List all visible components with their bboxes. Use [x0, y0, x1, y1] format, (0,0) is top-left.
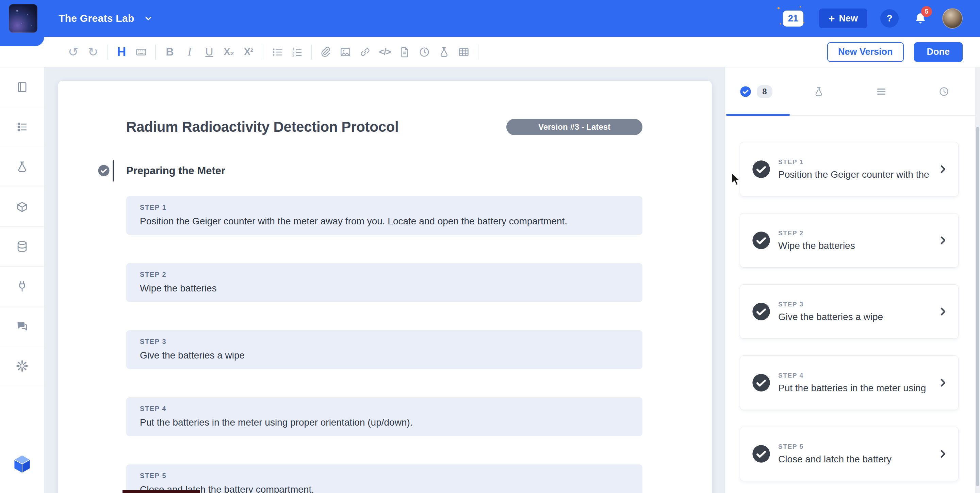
check-circle-icon	[752, 373, 771, 392]
redo-button[interactable]: ↻	[83, 42, 103, 62]
step-text: Position the Geiger counter with the met…	[140, 216, 629, 227]
plug-icon	[16, 280, 29, 293]
toolbar-separator	[263, 45, 263, 60]
redo-icon: ↻	[88, 46, 98, 58]
italic-button[interactable]: I	[180, 42, 199, 62]
panel-scrollbar[interactable]	[975, 67, 980, 493]
logo-notch	[0, 37, 44, 46]
help-button[interactable]: ?	[880, 9, 899, 27]
step-card-body: STEP 2 Wipe the batteries	[778, 230, 933, 251]
step-label: STEP 3	[140, 338, 629, 346]
sidebar-item-experiments[interactable]	[0, 147, 44, 187]
progress-strip	[123, 490, 200, 493]
svg-text:3: 3	[292, 53, 294, 57]
plus-icon: +	[829, 13, 835, 24]
labstep-logo[interactable]	[0, 453, 44, 475]
protocol-step-1[interactable]: STEP 1 Position the Geiger counter with …	[126, 196, 643, 235]
sidebar-item-protocols[interactable]	[0, 107, 44, 147]
chevron-down-icon	[143, 13, 153, 24]
steps-container: STEP 1 Position the Geiger counter with …	[126, 196, 643, 493]
step-card-text: Give the batteries a wipe	[778, 311, 933, 322]
ordered-list-button[interactable]: 123	[287, 42, 307, 62]
paperclip-icon	[320, 46, 331, 58]
undo-button[interactable]: ↺	[63, 42, 83, 62]
user-avatar[interactable]	[942, 8, 963, 29]
sidebar-item-data[interactable]	[0, 227, 44, 266]
sidebar-item-comments[interactable]	[0, 306, 44, 346]
tab-resources[interactable]	[788, 67, 850, 115]
subscript-button[interactable]: X₂	[219, 42, 239, 62]
step-label: STEP 1	[140, 204, 629, 211]
bullet-list-button[interactable]	[267, 42, 287, 62]
protocol-step-5[interactable]: STEP 5 Close and latch the battery compa…	[126, 464, 643, 493]
underline-button[interactable]: U	[199, 42, 219, 62]
notifications-button[interactable]: 5	[912, 10, 929, 27]
link-icon	[360, 46, 371, 58]
workspace-switcher[interactable]: The Greats Lab	[9, 4, 153, 33]
italic-label: I	[188, 46, 192, 58]
sidebar-item-devices[interactable]	[0, 266, 44, 306]
streak-counter[interactable]: 21	[783, 11, 803, 27]
gear-icon	[16, 359, 29, 372]
active-tab-indicator	[726, 114, 790, 116]
steps-panel: 8 STEP 1 Position the Geiger counter wit…	[724, 67, 975, 493]
tab-timeline[interactable]	[913, 67, 975, 115]
cube-logo-icon	[11, 453, 33, 475]
sidebar-item-settings[interactable]	[0, 346, 44, 386]
protocol-list-icon	[16, 121, 29, 134]
undo-icon: ↺	[68, 46, 78, 58]
document-area: Radium Radioactivity Detection Protocol …	[44, 67, 724, 493]
step-label: STEP 4	[140, 405, 629, 413]
flask-icon	[813, 86, 824, 97]
new-version-button[interactable]: New Version	[827, 42, 904, 62]
keyboard-icon	[135, 46, 147, 58]
protocol-step-3[interactable]: STEP 3 Give the batteries a wipe	[126, 330, 643, 369]
timer-button[interactable]	[414, 42, 434, 62]
attachment-button[interactable]	[316, 42, 336, 62]
reagent-button[interactable]	[434, 42, 454, 62]
step-text: Give the batteries a wipe	[140, 350, 629, 361]
chat-icon	[16, 320, 29, 333]
bold-button[interactable]: B	[160, 42, 180, 62]
database-icon	[16, 240, 29, 253]
image-button[interactable]	[336, 42, 355, 62]
file-icon	[399, 46, 410, 58]
step-card-5[interactable]: STEP 5 Close and latch the battery	[740, 427, 959, 481]
step-card-1[interactable]: STEP 1 Position the Geiger counter with …	[740, 142, 959, 196]
link-button[interactable]	[355, 42, 375, 62]
step-card-2[interactable]: STEP 2 Wipe the batteries	[740, 213, 959, 268]
sidebar-item-inventory[interactable]	[0, 187, 44, 227]
step-card-4[interactable]: STEP 4 Put the batteries in the meter us…	[740, 356, 959, 410]
chevron-right-icon	[937, 163, 949, 175]
code-button[interactable]: </>	[375, 42, 395, 62]
step-card-body: STEP 1 Position the Geiger counter with …	[778, 158, 933, 180]
step-card-label: STEP 1	[778, 158, 933, 166]
notebook-icon	[16, 81, 29, 94]
step-text: Close and latch the battery compartment.	[140, 484, 629, 493]
superscript-button[interactable]: X²	[239, 42, 259, 62]
bold-label: B	[166, 46, 173, 58]
editor-toolbar: ↺ ↻ H B I U X₂ X² 123 </> New Version Do…	[0, 37, 980, 67]
file-button[interactable]	[395, 42, 414, 62]
tab-steps[interactable]: 8	[725, 67, 788, 115]
check-circle-icon	[752, 302, 771, 321]
protocol-title: Radium Radioactivity Detection Protocol	[126, 119, 398, 135]
step-card-3[interactable]: STEP 3 Give the batteries a wipe	[740, 284, 959, 339]
protocol-step-4[interactable]: STEP 4 Put the batteries in the meter us…	[126, 397, 643, 436]
new-button[interactable]: + New	[819, 8, 867, 28]
tab-data[interactable]	[850, 67, 913, 115]
table-button[interactable]	[454, 42, 474, 62]
scrollbar-thumb[interactable]	[976, 127, 979, 486]
step-card-text: Close and latch the battery	[778, 454, 933, 465]
check-circle-icon	[740, 86, 751, 97]
step-card-text: Put the batteries in the meter using	[778, 383, 933, 394]
keyboard-shortcuts-button[interactable]	[131, 42, 151, 62]
section-drag-bar[interactable]	[113, 160, 115, 182]
done-button[interactable]: Done	[914, 42, 963, 62]
sidebar-item-notebook[interactable]	[0, 67, 44, 107]
protocol-step-2[interactable]: STEP 2 Wipe the batteries	[126, 263, 643, 302]
step-card-label: STEP 2	[778, 230, 933, 237]
code-icon: </>	[379, 47, 391, 57]
heading-button[interactable]: H	[111, 42, 131, 62]
flask-icon	[16, 160, 29, 173]
